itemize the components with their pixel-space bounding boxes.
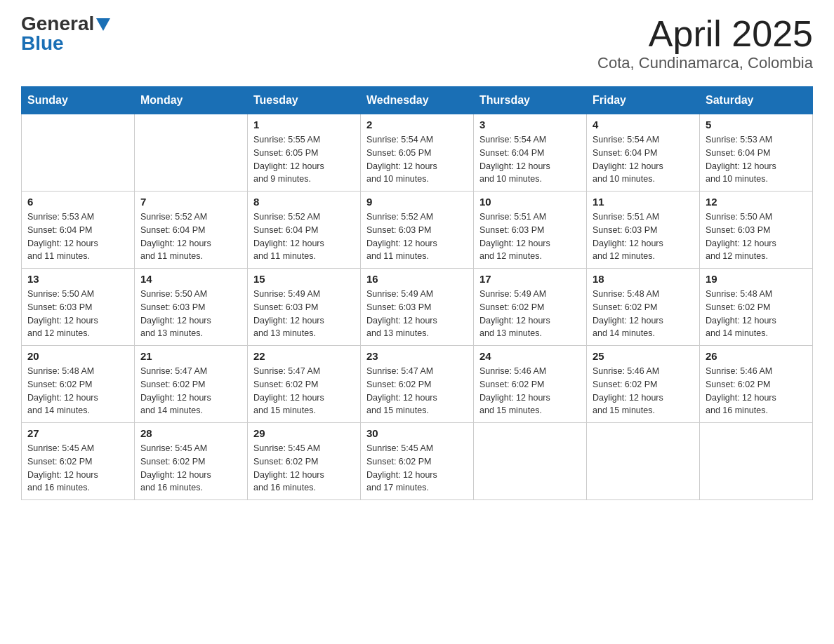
day-number: 19 — [706, 273, 807, 285]
day-info: Sunrise: 5:46 AM Sunset: 6:02 PM Dayligh… — [479, 365, 581, 417]
day-number: 4 — [593, 119, 694, 130]
col-tuesday: Tuesday — [248, 87, 361, 114]
calendar-week-row: 20Sunrise: 5:48 AM Sunset: 6:02 PM Dayli… — [22, 346, 813, 423]
day-number: 1 — [253, 119, 355, 130]
day-number: 12 — [706, 196, 807, 208]
day-info: Sunrise: 5:49 AM Sunset: 6:02 PM Dayligh… — [479, 288, 581, 340]
calendar-cell: 1Sunrise: 5:55 AM Sunset: 6:05 PM Daylig… — [248, 114, 361, 192]
day-info: Sunrise: 5:54 AM Sunset: 6:05 PM Dayligh… — [366, 133, 468, 186]
day-number: 25 — [593, 350, 694, 362]
day-info: Sunrise: 5:52 AM Sunset: 6:04 PM Dayligh… — [140, 210, 241, 263]
calendar-cell: 14Sunrise: 5:50 AM Sunset: 6:03 PM Dayli… — [135, 269, 248, 346]
calendar-cell — [587, 423, 700, 500]
calendar-cell: 25Sunrise: 5:46 AM Sunset: 6:02 PM Dayli… — [587, 346, 700, 423]
day-info: Sunrise: 5:48 AM Sunset: 6:02 PM Dayligh… — [706, 288, 807, 340]
calendar-cell: 16Sunrise: 5:49 AM Sunset: 6:03 PM Dayli… — [361, 269, 474, 346]
calendar-cell — [700, 423, 813, 500]
col-monday: Monday — [135, 87, 248, 114]
day-number: 29 — [253, 427, 355, 439]
col-sunday: Sunday — [22, 87, 135, 114]
day-info: Sunrise: 5:52 AM Sunset: 6:03 PM Dayligh… — [366, 210, 468, 263]
day-info: Sunrise: 5:45 AM Sunset: 6:02 PM Dayligh… — [27, 442, 128, 495]
calendar-cell: 21Sunrise: 5:47 AM Sunset: 6:02 PM Dayli… — [135, 346, 248, 423]
calendar-week-row: 27Sunrise: 5:45 AM Sunset: 6:02 PM Dayli… — [22, 423, 813, 500]
calendar-cell: 26Sunrise: 5:46 AM Sunset: 6:02 PM Dayli… — [700, 346, 813, 423]
calendar-cell: 2Sunrise: 5:54 AM Sunset: 6:05 PM Daylig… — [361, 114, 474, 192]
col-thursday: Thursday — [474, 87, 587, 114]
calendar-header-row: Sunday Monday Tuesday Wednesday Thursday… — [22, 87, 813, 114]
day-number: 27 — [27, 427, 128, 439]
calendar-cell: 7Sunrise: 5:52 AM Sunset: 6:04 PM Daylig… — [135, 192, 248, 269]
page-header: General Blue April 2025 Cota, Cundinamar… — [21, 14, 813, 72]
logo-blue: Blue — [21, 32, 64, 54]
calendar-cell: 10Sunrise: 5:51 AM Sunset: 6:03 PM Dayli… — [474, 192, 587, 269]
day-number: 11 — [593, 196, 694, 208]
day-number: 14 — [140, 273, 241, 285]
calendar-cell: 27Sunrise: 5:45 AM Sunset: 6:02 PM Dayli… — [22, 423, 135, 500]
day-info: Sunrise: 5:53 AM Sunset: 6:04 PM Dayligh… — [27, 210, 128, 263]
logo: General Blue — [21, 14, 110, 53]
calendar-cell: 24Sunrise: 5:46 AM Sunset: 6:02 PM Dayli… — [474, 346, 587, 423]
calendar-cell: 18Sunrise: 5:48 AM Sunset: 6:02 PM Dayli… — [587, 269, 700, 346]
day-info: Sunrise: 5:47 AM Sunset: 6:02 PM Dayligh… — [140, 365, 241, 417]
calendar-cell: 30Sunrise: 5:45 AM Sunset: 6:02 PM Dayli… — [361, 423, 474, 500]
calendar-cell: 3Sunrise: 5:54 AM Sunset: 6:04 PM Daylig… — [474, 114, 587, 192]
day-info: Sunrise: 5:48 AM Sunset: 6:02 PM Dayligh… — [593, 288, 694, 340]
logo-general: General — [21, 14, 94, 34]
calendar-cell: 28Sunrise: 5:45 AM Sunset: 6:02 PM Dayli… — [135, 423, 248, 500]
day-info: Sunrise: 5:48 AM Sunset: 6:02 PM Dayligh… — [27, 365, 128, 417]
calendar-week-row: 6Sunrise: 5:53 AM Sunset: 6:04 PM Daylig… — [22, 192, 813, 269]
calendar-cell: 20Sunrise: 5:48 AM Sunset: 6:02 PM Dayli… — [22, 346, 135, 423]
day-number: 23 — [366, 350, 468, 362]
day-info: Sunrise: 5:53 AM Sunset: 6:04 PM Dayligh… — [706, 133, 807, 186]
calendar-cell: 9Sunrise: 5:52 AM Sunset: 6:03 PM Daylig… — [361, 192, 474, 269]
day-info: Sunrise: 5:46 AM Sunset: 6:02 PM Dayligh… — [593, 365, 694, 417]
day-info: Sunrise: 5:45 AM Sunset: 6:02 PM Dayligh… — [253, 442, 355, 495]
calendar-cell: 11Sunrise: 5:51 AM Sunset: 6:03 PM Dayli… — [587, 192, 700, 269]
day-info: Sunrise: 5:50 AM Sunset: 6:03 PM Dayligh… — [27, 288, 128, 340]
day-info: Sunrise: 5:45 AM Sunset: 6:02 PM Dayligh… — [140, 442, 241, 495]
day-number: 20 — [27, 350, 128, 362]
day-number: 22 — [253, 350, 355, 362]
calendar-cell: 8Sunrise: 5:52 AM Sunset: 6:04 PM Daylig… — [248, 192, 361, 269]
day-number: 24 — [479, 350, 581, 362]
calendar-cell: 15Sunrise: 5:49 AM Sunset: 6:03 PM Dayli… — [248, 269, 361, 346]
day-number: 30 — [366, 427, 468, 439]
day-info: Sunrise: 5:46 AM Sunset: 6:02 PM Dayligh… — [706, 365, 807, 417]
calendar-cell: 22Sunrise: 5:47 AM Sunset: 6:02 PM Dayli… — [248, 346, 361, 423]
day-number: 13 — [27, 273, 128, 285]
calendar-cell — [22, 114, 135, 192]
day-info: Sunrise: 5:54 AM Sunset: 6:04 PM Dayligh… — [593, 133, 694, 186]
day-info: Sunrise: 5:49 AM Sunset: 6:03 PM Dayligh… — [366, 288, 468, 340]
page-subtitle: Cota, Cundinamarca, Colombia — [597, 54, 813, 72]
calendar-body: 1Sunrise: 5:55 AM Sunset: 6:05 PM Daylig… — [22, 114, 813, 500]
day-info: Sunrise: 5:50 AM Sunset: 6:03 PM Dayligh… — [140, 288, 241, 340]
calendar-cell: 5Sunrise: 5:53 AM Sunset: 6:04 PM Daylig… — [700, 114, 813, 192]
day-number: 3 — [479, 119, 581, 130]
day-info: Sunrise: 5:51 AM Sunset: 6:03 PM Dayligh… — [479, 210, 581, 263]
day-number: 17 — [479, 273, 581, 285]
calendar-cell — [135, 114, 248, 192]
day-number: 26 — [706, 350, 807, 362]
day-number: 2 — [366, 119, 468, 130]
day-info: Sunrise: 5:55 AM Sunset: 6:05 PM Dayligh… — [253, 133, 355, 186]
calendar-cell: 19Sunrise: 5:48 AM Sunset: 6:02 PM Dayli… — [700, 269, 813, 346]
day-info: Sunrise: 5:51 AM Sunset: 6:03 PM Dayligh… — [593, 210, 694, 263]
calendar-cell: 6Sunrise: 5:53 AM Sunset: 6:04 PM Daylig… — [22, 192, 135, 269]
day-number: 8 — [253, 196, 355, 208]
col-friday: Friday — [587, 87, 700, 114]
calendar-cell: 12Sunrise: 5:50 AM Sunset: 6:03 PM Dayli… — [700, 192, 813, 269]
logo-triangle-icon — [96, 18, 110, 31]
day-info: Sunrise: 5:54 AM Sunset: 6:04 PM Dayligh… — [479, 133, 581, 186]
day-number: 21 — [140, 350, 241, 362]
calendar-cell: 17Sunrise: 5:49 AM Sunset: 6:02 PM Dayli… — [474, 269, 587, 346]
day-number: 15 — [253, 273, 355, 285]
day-number: 9 — [366, 196, 468, 208]
day-number: 28 — [140, 427, 241, 439]
title-block: April 2025 Cota, Cundinamarca, Colombia — [597, 14, 813, 72]
day-info: Sunrise: 5:47 AM Sunset: 6:02 PM Dayligh… — [366, 365, 468, 417]
calendar-week-row: 1Sunrise: 5:55 AM Sunset: 6:05 PM Daylig… — [22, 114, 813, 192]
calendar-cell: 13Sunrise: 5:50 AM Sunset: 6:03 PM Dayli… — [22, 269, 135, 346]
day-info: Sunrise: 5:50 AM Sunset: 6:03 PM Dayligh… — [706, 210, 807, 263]
col-wednesday: Wednesday — [361, 87, 474, 114]
